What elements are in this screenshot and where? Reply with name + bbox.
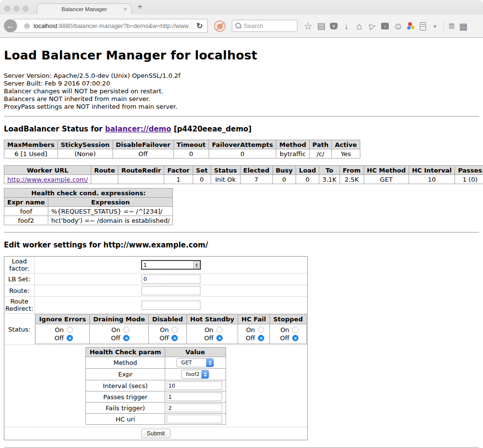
cell-set: 0 — [193, 175, 211, 184]
route-input[interactable] — [142, 286, 200, 295]
submit-button[interactable]: Submit — [141, 429, 170, 438]
cell-hc-method: GET — [364, 175, 409, 184]
hc-row-expr: Expr foof2 — [86, 369, 226, 380]
hot-standby-on-radio[interactable] — [216, 327, 223, 333]
cell-expression: %{REQUEST_STATUS} =~ /^[234]/ — [48, 207, 173, 216]
hot-standby-off-radio[interactable] — [216, 335, 223, 341]
ignore-errors-off-radio[interactable] — [67, 335, 73, 341]
home-icon[interactable]: ⌂ — [355, 21, 364, 31]
col-stickysession: StickySession — [57, 140, 113, 149]
cell-to: 3.1K — [319, 175, 340, 184]
stopped-options: On Off — [270, 324, 306, 344]
load-factor-input[interactable] — [142, 262, 193, 268]
disabled-off-radio[interactable] — [171, 335, 178, 341]
search-input[interactable] — [244, 23, 292, 29]
stopped-on-radio[interactable] — [292, 327, 298, 333]
cell-active: Yes — [332, 149, 360, 159]
balancer-demo-link[interactable]: balancer://demo — [105, 125, 171, 133]
pocket-icon[interactable]: ∨ — [330, 23, 338, 29]
table-row: foof2 hc('body') =~ /domain is establish… — [4, 216, 173, 225]
hc-fail-off-radio[interactable] — [258, 335, 264, 341]
adblock-icon[interactable] — [214, 20, 226, 32]
form-row-route-redirect: Route Redirect: — [4, 297, 308, 314]
toolbar-divider — [443, 21, 444, 31]
draining-mode-on-radio[interactable] — [123, 327, 129, 333]
cell-stickysession: (None) — [57, 149, 113, 159]
server-built-line: Server Built: Feb 9 2016 07:00:20 — [4, 80, 479, 87]
cell-failoverattempts: 0 — [209, 149, 276, 159]
hc-row-hcuri: HC uri — [86, 414, 226, 425]
number-stepper-icon[interactable] — [193, 261, 199, 268]
heading-prefix: LoadBalancer Status for — [4, 125, 105, 133]
on-label: On — [202, 326, 213, 333]
cell-expr-name: foof — [4, 207, 48, 216]
new-tab-button[interactable]: + — [138, 2, 142, 12]
tab-balancer-manager[interactable]: Balancer Manager × — [37, 3, 132, 14]
bookmark-star-icon[interactable]: ☆ — [304, 21, 313, 31]
reload-icon[interactable]: ↻ — [192, 21, 207, 30]
panel-grid-icon[interactable]: ▦ — [459, 22, 468, 31]
cell-passes: 1 (0) — [455, 175, 483, 184]
send-tab-icon[interactable]: ▷ — [367, 21, 377, 31]
interval-input[interactable] — [167, 381, 222, 390]
menu-icon[interactable]: ≡ — [448, 20, 455, 32]
search-box[interactable] — [232, 20, 298, 32]
health-check-param-table: Health Check param Value Method GET Expr… — [85, 347, 226, 425]
tab-close-icon[interactable]: × — [123, 5, 127, 13]
edit-worker-form: Load factor: LB Set: Route: Route Redire… — [4, 256, 308, 440]
worker-status-table: Worker URL Route RouteRedir Factor Set S… — [4, 165, 483, 184]
url-bar[interactable]: ⊕ localhost:8880/balancer-manager?b=demo… — [11, 19, 208, 33]
fails-input[interactable] — [167, 404, 222, 412]
col-failoverattempts: FailoverAttempts — [209, 140, 276, 149]
expr-select[interactable]: foof2 — [181, 370, 209, 379]
col-hc-fail: HC Fail — [238, 315, 270, 324]
cell-status: Init Ok — [211, 175, 240, 184]
feedback-smiley-icon[interactable]: ☺ — [393, 21, 403, 31]
ignore-errors-on-radio[interactable] — [67, 327, 73, 333]
lb-set-input[interactable] — [142, 275, 200, 284]
disabled-on-radio[interactable] — [171, 327, 178, 333]
back-icon: ← — [6, 21, 14, 31]
ignore-errors-options: On Off — [36, 324, 90, 344]
draining-mode-off-radio[interactable] — [123, 335, 129, 341]
balancer-status-table: MaxMembers StickySession DisableFailover… — [4, 140, 360, 159]
passes-input[interactable] — [167, 392, 222, 401]
minimize-window-button[interactable] — [14, 6, 19, 12]
col-from: From — [340, 166, 364, 175]
col-to: To — [319, 166, 340, 175]
proxypass-notice-line: ProxyPass settings are NOT inherited fro… — [4, 103, 479, 111]
status-options-table: Ignore Errors Draining Mode Disabled Hot… — [35, 314, 307, 344]
cell-expr-name: foof2 — [4, 216, 48, 225]
col-disablefailover: DisableFailover — [113, 140, 173, 149]
col-factor: Factor — [164, 166, 193, 175]
save-page-icon[interactable]: ↓ — [381, 23, 389, 29]
route-redirect-input[interactable] — [142, 301, 200, 310]
extension-dots-icon[interactable] — [407, 22, 415, 30]
load-factor-field[interactable] — [141, 260, 201, 270]
form-row-status: Status: Ignore Errors Draining Mode Disa… — [4, 314, 308, 345]
reading-list-icon[interactable]: ▤ — [317, 22, 326, 30]
worker-url-link[interactable]: http://www.example.com/ — [7, 176, 88, 183]
balancer-status-heading: LoadBalancer Status for balancer://demo … — [4, 125, 479, 133]
persist-notice-line: Balancer changes will NOT be persisted o… — [4, 87, 479, 95]
form-row-lb-set: LB Set: — [4, 274, 308, 285]
col-timeout: Timeout — [173, 140, 209, 149]
col-hc-method: HC Method — [364, 166, 409, 175]
col-maxmembers: MaxMembers — [4, 140, 58, 149]
col-hc-value: Value — [165, 347, 226, 357]
cell-elected: 7 — [240, 175, 272, 184]
zoom-window-button[interactable] — [23, 6, 28, 12]
hc-fail-on-radio[interactable] — [258, 327, 264, 333]
hc-row-passes: Passes trigger — [86, 391, 226, 403]
downloads-icon[interactable]: ↓ — [342, 22, 351, 30]
close-window-button[interactable] — [4, 6, 10, 12]
container-icon[interactable] — [420, 22, 426, 30]
back-button[interactable]: ← — [3, 18, 18, 33]
method-select[interactable]: GET — [176, 358, 214, 367]
off-label: Off — [243, 334, 255, 342]
stopped-off-radio[interactable] — [292, 335, 298, 341]
hc-header-row: Health Check param Value — [86, 347, 226, 357]
hc-row-method: Method GET — [86, 357, 226, 369]
chevron-down-icon[interactable]: ▾ — [430, 23, 439, 29]
hc-uri-input[interactable] — [167, 415, 222, 423]
